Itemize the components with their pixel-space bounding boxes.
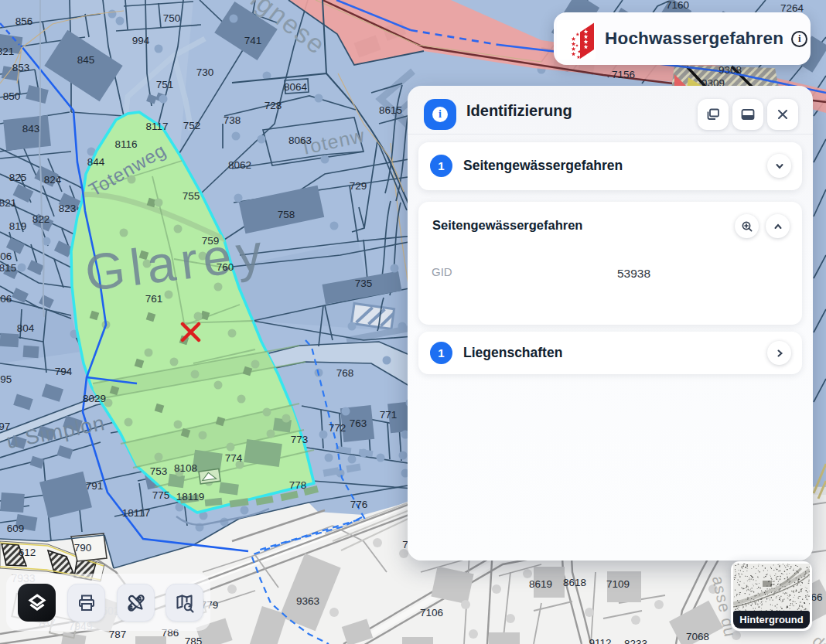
svg-text:760: 760 (217, 261, 234, 273)
svg-text:8062: 8062 (228, 159, 251, 171)
svg-text:825: 825 (9, 172, 27, 183)
svg-text:785: 785 (185, 635, 203, 644)
svg-text:843: 843 (22, 123, 40, 135)
svg-text:759: 759 (202, 235, 220, 247)
svg-text:994: 994 (132, 35, 150, 46)
svg-text:8108: 8108 (174, 462, 197, 474)
svg-text:7160: 7160 (666, 0, 689, 11)
svg-text:8615: 8615 (379, 104, 402, 116)
svg-text:771: 771 (380, 409, 398, 421)
svg-text:821: 821 (0, 46, 14, 57)
svg-text:819: 819 (9, 220, 27, 232)
svg-text:776: 776 (350, 499, 368, 510)
svg-text:794: 794 (55, 366, 73, 377)
svg-text:755: 755 (183, 190, 200, 202)
svg-text:730: 730 (196, 66, 214, 78)
svg-text:823: 823 (59, 203, 77, 214)
svg-text:8233: 8233 (624, 638, 647, 644)
svg-text:791: 791 (86, 480, 104, 492)
svg-text:821: 821 (0, 197, 16, 209)
svg-text:778: 778 (289, 479, 307, 491)
svg-text:750: 750 (163, 12, 181, 24)
svg-text:8029: 8029 (83, 393, 106, 404)
svg-text:741: 741 (244, 35, 262, 46)
svg-text:773: 773 (291, 434, 309, 445)
svg-text:845: 845 (77, 54, 95, 66)
svg-text:815: 815 (0, 262, 16, 274)
svg-text:8618: 8618 (563, 577, 586, 588)
svg-text:66: 66 (811, 591, 822, 603)
svg-text:804: 804 (17, 322, 35, 334)
svg-text:18119: 18119 (176, 491, 205, 503)
svg-text:758: 758 (278, 209, 295, 220)
svg-text:844: 844 (87, 156, 105, 168)
svg-text:8064: 8064 (284, 81, 308, 93)
svg-text:7068: 7068 (686, 631, 709, 642)
svg-text:856: 856 (15, 15, 33, 27)
svg-text:795: 795 (0, 373, 12, 385)
svg-text:850: 850 (3, 90, 21, 102)
svg-text:768: 768 (336, 367, 354, 379)
svg-text:790: 790 (74, 542, 92, 554)
svg-text:753: 753 (150, 465, 168, 477)
svg-text:7156: 7156 (612, 69, 635, 80)
svg-text:8116: 8116 (114, 138, 137, 150)
svg-text:729: 729 (350, 180, 367, 192)
svg-text:752: 752 (183, 120, 201, 131)
svg-text:853: 853 (12, 62, 30, 73)
svg-text:806: 806 (0, 293, 12, 305)
svg-text:9112: 9112 (589, 637, 611, 644)
svg-text:7106: 7106 (420, 607, 443, 618)
svg-text:8063: 8063 (288, 135, 312, 146)
svg-text:774: 774 (225, 452, 243, 464)
svg-text:763: 763 (350, 417, 367, 429)
svg-text:822: 822 (32, 213, 50, 225)
svg-text:824: 824 (44, 174, 62, 186)
svg-text:8619: 8619 (529, 578, 552, 590)
svg-text:772: 772 (329, 422, 346, 434)
svg-text:751: 751 (156, 79, 174, 90)
svg-text:609: 609 (7, 523, 25, 534)
svg-text:797: 797 (0, 421, 10, 432)
svg-text:9308: 9308 (718, 64, 742, 76)
svg-text:761: 761 (145, 293, 163, 305)
svg-text:8117: 8117 (145, 121, 168, 132)
svg-text:9363: 9363 (296, 595, 319, 607)
svg-text:775: 775 (152, 489, 170, 501)
svg-text:806: 806 (0, 250, 12, 262)
svg-text:735: 735 (355, 278, 373, 289)
svg-text:738: 738 (224, 114, 241, 126)
svg-text:728: 728 (265, 100, 282, 111)
svg-text:18117: 18117 (122, 507, 151, 519)
svg-text:7109: 7109 (606, 578, 630, 590)
svg-text:612: 612 (19, 547, 36, 558)
